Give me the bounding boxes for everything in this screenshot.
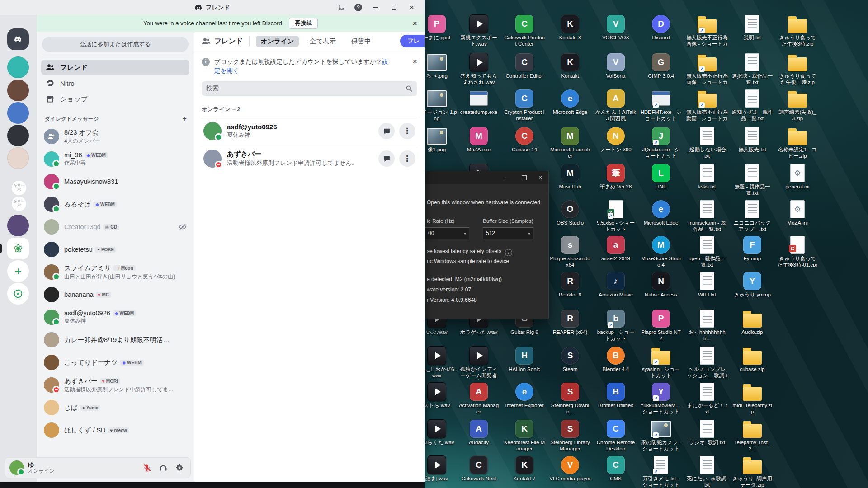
desktop-icon[interactable]: J↗JQuake.exe - ショートカット [640, 126, 682, 160]
explore-servers-button[interactable] [7, 283, 29, 305]
desktop-icon[interactable]: 通知うぜえ - 親作品一覧.txt [731, 89, 773, 122]
close-button[interactable]: × [407, 3, 416, 12]
desktop-icon[interactable]: 孤独なインディーゲーム開発者の一生.wav [458, 346, 500, 380]
desktop-icon[interactable]: DDiscord [640, 14, 682, 41]
desktop-icon[interactable]: sPlogue sforzando x64 [549, 235, 591, 268]
desktop-icon[interactable]: eMicrosoft Edge [640, 199, 682, 226]
desktop-icon[interactable]: eInternet Explorer [504, 382, 545, 409]
desktop-icon[interactable]: 答え知ってもらえわされ.wav [458, 52, 500, 86]
dm-list-item[interactable]: カレー卯丼@8/19より期限不明活動… [40, 328, 190, 351]
desktop-icon[interactable]: b↗backup - ショートカット [595, 309, 637, 342]
desktop-icon[interactable]: きゅうり食ってた午後3時.zip [777, 14, 818, 47]
desktop-icon[interactable]: 筆筆まめ Ver.28 [595, 163, 637, 190]
desktop-icon[interactable]: 死にたい_ゅ歌詞.txt [686, 455, 728, 488]
dialog-close-button[interactable]: × [532, 171, 548, 184]
dm-list-item[interactable]: るるそば◆WEBM [40, 193, 190, 216]
desktop-icon[interactable]: CCMS [595, 455, 637, 482]
settings-gear-icon[interactable] [175, 463, 184, 472]
more-options-button[interactable]: ⋮ [399, 123, 415, 139]
server-avatar[interactable]: かサーバ [12, 197, 26, 211]
desktop-icon[interactable]: Aかんたん！AITalk 3 関西風 [595, 89, 637, 122]
desktop-icon[interactable]: KKontakt 7 [504, 455, 545, 482]
buffer-size-select[interactable]: 512▾ [483, 227, 533, 239]
desktop-icon[interactable]: ↗家の防犯カメラ - ショートカット [640, 419, 682, 452]
desktop-icon[interactable]: MoZA.ini [777, 199, 818, 226]
desktop-icon[interactable]: 無人販売.txt [731, 126, 773, 153]
desktop-icon[interactable]: aairset2-2019 [595, 235, 637, 262]
desktop-icon[interactable]: VVOICEVOX [595, 14, 637, 41]
desktop-icon[interactable]: ↗無人販売不正行為画像 - ショートカット [686, 52, 728, 86]
desktop-icon[interactable]: general.ini [777, 163, 818, 190]
dialog-maximize-button[interactable] [516, 171, 532, 184]
desktop-icon[interactable]: SSteinberg Library Manager [549, 419, 591, 452]
desktop-icon[interactable]: ♪Amazon Music [595, 271, 637, 298]
server-avatar[interactable]: かサーバ [12, 181, 26, 195]
desktop-icon[interactable]: HHALion Sonic [504, 346, 545, 373]
dm-list-item[interactable]: じば●Yume [40, 396, 190, 419]
home-button[interactable] [7, 28, 29, 50]
sidebar-item-shop[interactable]: ショップ [41, 91, 189, 107]
desktop-icon[interactable]: ↗無人販売不正行為動画 - ショートカット [686, 89, 728, 122]
reconnect-button[interactable]: 再接続 [289, 18, 318, 29]
desktop-icon[interactable]: Audio.zip [731, 309, 773, 336]
desktop-icon[interactable]: AAudacity [458, 419, 500, 446]
help-icon[interactable]: ? [354, 4, 362, 11]
desktop-icon[interactable]: BBrother Utilities [595, 382, 637, 409]
desktop-icon[interactable]: eMicrosoft Edge [549, 89, 591, 116]
desktop-icon[interactable]: Nノートン 360 [595, 126, 637, 153]
headphones-icon[interactable] [159, 463, 168, 472]
dm-list-item[interactable]: ほしくず / SD♥meow [40, 419, 190, 441]
mic-muted-icon[interactable] [142, 463, 151, 472]
desktop-icon[interactable]: 名称未設定1 - コピー.zip [777, 126, 818, 160]
desktop-icon[interactable]: midi_Telepathy.zip [731, 382, 773, 415]
desktop-icon[interactable]: きゅうり食ってた午後三時.zip [777, 52, 818, 86]
desktop-icon[interactable]: KKontakt [549, 52, 591, 80]
desktop-icon[interactable]: ラジオ_歌詞.txt [686, 419, 728, 446]
desktop-icon[interactable]: ↗万引きメモ.txt - ショートカット [640, 455, 682, 488]
server-avatar-selected[interactable]: ❀ [7, 238, 29, 259]
notice-close-icon[interactable]: × [412, 57, 417, 66]
desktop-icon[interactable]: KKontakt 8 [549, 14, 591, 41]
dm-list-item[interactable]: poketetsu◓POKE [40, 238, 190, 261]
banner-close-icon[interactable]: × [412, 19, 417, 28]
desktop-icon[interactable]: Yきゅうり.ymmp [731, 271, 773, 298]
desktop-icon[interactable]: ニコニコバックアップ―.txt [731, 199, 773, 233]
desktop-icon[interactable]: KKeepforest File Manager [504, 419, 545, 452]
desktop-icon[interactable]: MMinecraft Launcher [549, 126, 591, 160]
sidebar-item-nitro[interactable]: Nitro [41, 75, 189, 91]
desktop-icon[interactable]: manisekarin - 親作品一覧.txt [686, 199, 728, 233]
desktop-icon[interactable]: Y↗YukkunMovieM...-ショートカット [640, 382, 682, 415]
desktop-icon[interactable]: MMuseHub [549, 163, 591, 190]
tab-0[interactable]: オンライン [256, 36, 298, 47]
desktop-icon[interactable]: ksks.txt [686, 163, 728, 190]
dialog-minimize-button[interactable] [500, 171, 516, 184]
desktop-icon[interactable]: ↗syasinn - ショートカット [640, 346, 682, 379]
maximize-button[interactable] [389, 3, 398, 12]
desktop-icon[interactable]: _起動しない場合.txt [686, 126, 728, 160]
friend-row[interactable]: あずきバー活動者様以外原則フレンド申請許可してません。⋮ [202, 145, 417, 172]
desktop-icon[interactable]: cubase.zip [731, 346, 773, 373]
desktop-icon[interactable]: CController Editor [504, 52, 545, 80]
desktop-icon[interactable]: きゅうり_調声用データ.zip [731, 455, 773, 488]
desktop-icon[interactable]: SSteam [549, 346, 591, 373]
desktop-icon[interactable]: ヘルスコンプレッション__歌詞.txt [686, 346, 728, 380]
desktop-icon[interactable]: CCrypton Product Installer [504, 89, 545, 122]
dm-list-item[interactable]: bananana♥MC [40, 283, 190, 306]
desktop-icon[interactable]: BBlender 4.4 [595, 346, 637, 373]
server-avatar[interactable] [7, 147, 29, 169]
dm-list-item[interactable]: Creator13gd◉GD [40, 216, 190, 238]
dm-list-item[interactable]: 8/23 オフ会4人のメンバー [40, 125, 190, 148]
create-dm-icon[interactable]: + [182, 115, 187, 122]
server-avatar[interactable] [7, 215, 29, 236]
desktop-icon[interactable]: RREAPER (x64) [549, 309, 591, 336]
tab-2[interactable]: 保留中 [347, 36, 376, 47]
desktop-icon[interactable]: きゅうり食ってた午後3時-01.cpr [777, 235, 818, 268]
desktop-icon[interactable]: CCakewalk Next [458, 455, 500, 482]
sample-rate-select[interactable]: 00▾ [425, 227, 469, 239]
more-options-button[interactable]: ⋮ [399, 150, 415, 167]
dm-list-item[interactable]: こってりドーナツ◆WEBM [40, 351, 190, 374]
desktop-icon[interactable]: GGIMP 3.0.4 [640, 52, 682, 80]
desktop-icon[interactable]: 選択肢 - 親作品一覧.txt [731, 52, 773, 86]
desktop-icon[interactable]: NNative Access [640, 271, 682, 298]
desktop-icon[interactable]: おっhhhhhhhhhh... [686, 309, 728, 342]
